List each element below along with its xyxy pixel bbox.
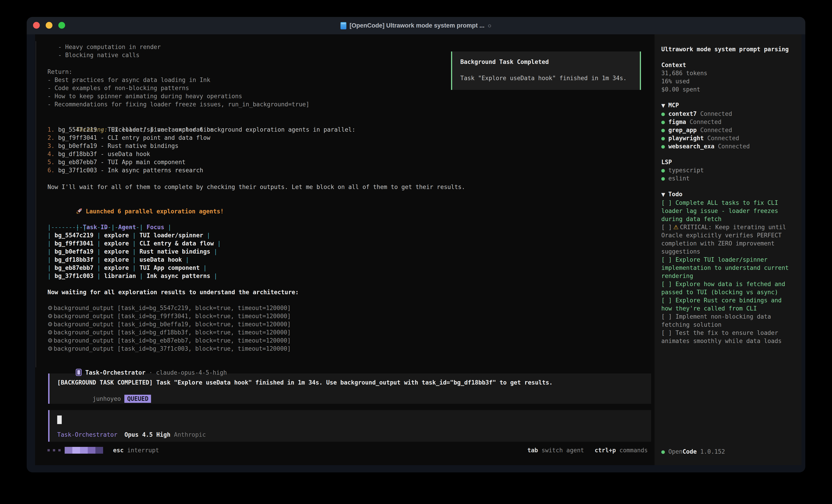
mcp-item: ●figmaConnected (661, 118, 795, 126)
table-separator-row: |---------|-------|-------| (48, 223, 654, 231)
tab-key-hint: tabswitch agent (527, 447, 584, 454)
context-spent: $0.00 spent (661, 85, 795, 93)
warning-icon: ⚠ (673, 224, 678, 230)
footer-agent-name[interactable]: Task-Orchestrator (57, 431, 118, 438)
todo-item: [ ] Test the fix to ensure loader animat… (661, 329, 795, 345)
gear-icon: ⚙ (48, 329, 53, 336)
table-row: |bg_b0effa19|explore|Rust native binding… (48, 248, 654, 256)
toast-title: Background Task Completed (460, 58, 640, 66)
launch-banner: Launched 6 parallel exploration agents! (48, 199, 654, 207)
launch-banner-text: Launched 6 parallel exploration agents! (86, 208, 224, 215)
transcript-line: - How to keep spinner animating during h… (48, 92, 654, 100)
transcript-gutter-line (35, 41, 36, 367)
text-cursor (57, 416, 62, 424)
todo-item: [ ] Complete ALL tasks to fix CLI loader… (661, 199, 795, 223)
session-title: Ultrawork mode system prompt parsing (661, 45, 795, 53)
table-row: |bg_37f1c003|librarian|Ink async pattern… (48, 272, 654, 280)
mcp-item: ●websearch_exaConnected (661, 142, 795, 150)
table-row: |bg_5547c219|explore|TUI loader/spinner| (48, 231, 654, 240)
mcp-item: ●playwrightConnected (661, 134, 795, 142)
status-dot-icon: ● (661, 448, 665, 455)
agent-header: Task-Orchestrator·claude-opus-4-5-high (48, 360, 654, 368)
window-title: [OpenCode] Ultrawork mode system prompt … (27, 17, 805, 34)
status-dot-icon: ● (661, 135, 665, 142)
title-status-circle-icon: ○ (488, 22, 492, 29)
todo-checkbox: [ ] (661, 199, 672, 206)
transcript-line: - Recommendations for fixing loader free… (48, 100, 654, 108)
status-dot-icon: ● (661, 167, 665, 174)
tool-call-line: ⚙background_output [task_id=bg_37f1c003,… (48, 344, 654, 353)
todo-item: [ ] Explore Rust core bindings and how t… (661, 296, 795, 312)
todo-checkbox: [ ] (661, 297, 672, 304)
chat-transcript[interactable]: - Heavy computation in render - Blocking… (35, 34, 654, 465)
tool-call-line: ⚙background_output [task_id=bg_5547c219,… (48, 304, 654, 312)
gear-icon: ⚙ (48, 345, 53, 352)
gear-icon: ⚙ (48, 305, 53, 311)
todo-section-header[interactable]: ▼Todo (661, 190, 795, 199)
title-bar[interactable]: [OpenCode] Ultrawork mode system prompt … (27, 17, 805, 34)
status-dot-icon: ● (661, 127, 665, 134)
table-row: |bg_eb87ebb7|explore|TUI App component| (48, 264, 654, 272)
agent-list-item: 4.bg_df18bb3f - useData hook (48, 150, 654, 158)
todo-checkbox: [ ] (661, 313, 672, 320)
sidebar[interactable]: Ultrawork mode system prompt parsing Con… (654, 34, 802, 465)
todo-checkbox: [ ] (661, 281, 672, 287)
table-row: |bg_f9ff3041|explore|CLI entry & data fl… (48, 240, 654, 248)
esc-key-hint: esc (113, 447, 124, 454)
transcript-line: Now I'll wait for all of them to complet… (48, 183, 654, 191)
toast-body: Task "Explore useData hook" finished in … (460, 74, 640, 82)
app-window: [OpenCode] Ultrawork mode system prompt … (27, 17, 805, 472)
agent-model: claude-opus-4-5-high (156, 369, 227, 376)
agent-avatar-icon (76, 369, 82, 376)
footer-provider: Anthropic (174, 431, 206, 438)
background-task-toast: Background Task Completed Task "Explore … (451, 52, 641, 90)
todo-item: [ ] Explore how data is fetched and pass… (661, 280, 795, 296)
context-used: 16% used (661, 77, 795, 85)
lsp-item: ●typescript (661, 166, 795, 174)
context-heading: Context (661, 61, 795, 69)
window-title-text: [OpenCode] Ultrawork mode system prompt … (349, 22, 485, 29)
todo-item: [ ] Explore TUI loader/spinner implement… (661, 256, 795, 280)
status-bar: escinterrupt tabswitch agent ctrl+pcomma… (48, 446, 648, 454)
mcp-section-header[interactable]: ▼MCP (661, 101, 795, 110)
tool-call-line: ⚙background_output [task_id=bg_f9ff3041,… (48, 312, 654, 320)
todo-checkbox: [ ] (661, 330, 672, 336)
input-footer: Task-OrchestratorOpus 4.5 HighAnthropic (57, 431, 206, 438)
gear-icon: ⚙ (48, 337, 53, 344)
username: junhoyeo (93, 395, 121, 402)
agent-name: Task-Orchestrator (85, 369, 146, 376)
spinner-dots-icon (48, 449, 60, 451)
tool-call-line: ⚙background_output [task_id=bg_b0effa19,… (48, 320, 654, 328)
rocket-icon (76, 207, 83, 215)
transcript-line: - Heavy computation in render (48, 43, 654, 51)
table-row: |bg_df18bb3f|explore|useData hook| (48, 256, 654, 264)
status-dot-icon: ● (661, 143, 665, 150)
todo-item: [ ]⚠CRITICAL: Keep iterating until Oracl… (661, 223, 795, 256)
prompt-input[interactable]: Task-OrchestratorOpus 4.5 HighAnthropic (48, 410, 651, 442)
gear-icon: ⚙ (48, 313, 53, 319)
agent-list-item: 2.bg_f9ff3041 - CLI entry point and data… (48, 134, 654, 142)
queued-status-badge: QUEUED (124, 395, 151, 403)
tool-call-line: ⚙background_output [task_id=bg_df18bb3f,… (48, 328, 654, 336)
status-dot-icon: ● (661, 118, 665, 125)
tool-call-line: ⚙background_output [task_id=bg_eb87ebb7,… (48, 336, 654, 344)
transcript-line: Now waiting for all exploration results … (48, 288, 654, 296)
chevron-down-icon[interactable]: ▼ (661, 103, 665, 108)
task-completed-message: [BACKGROUND TASK COMPLETED] Task "Explor… (57, 379, 651, 387)
table-header-row: |Task ID|Agent|Focus| (48, 215, 654, 223)
status-dot-icon: ● (661, 175, 665, 182)
agent-list-item: 5.bg_eb87ebb7 - TUI App main component (48, 158, 654, 166)
todo-item: [ ] Implement non-blocking data fetching… (661, 312, 795, 329)
footer-model[interactable]: Opus 4.5 High (124, 431, 171, 438)
lsp-heading: LSP (661, 158, 795, 166)
document-icon (340, 22, 346, 29)
context-tokens: 31,686 tokens (661, 69, 795, 77)
lsp-item: ●eslint (661, 174, 795, 183)
background-task-message-panel: [BACKGROUND TASK COMPLETED] Task "Explor… (48, 373, 651, 404)
gear-icon: ⚙ (48, 321, 53, 328)
mcp-item: ●grep_appConnected (661, 126, 795, 134)
spinner-gradient-icon (64, 447, 103, 454)
ctrlp-key-hint: ctrl+pcommands (595, 447, 648, 454)
todo-checkbox: [ ] (661, 224, 672, 230)
chevron-down-icon[interactable]: ▼ (661, 192, 665, 197)
